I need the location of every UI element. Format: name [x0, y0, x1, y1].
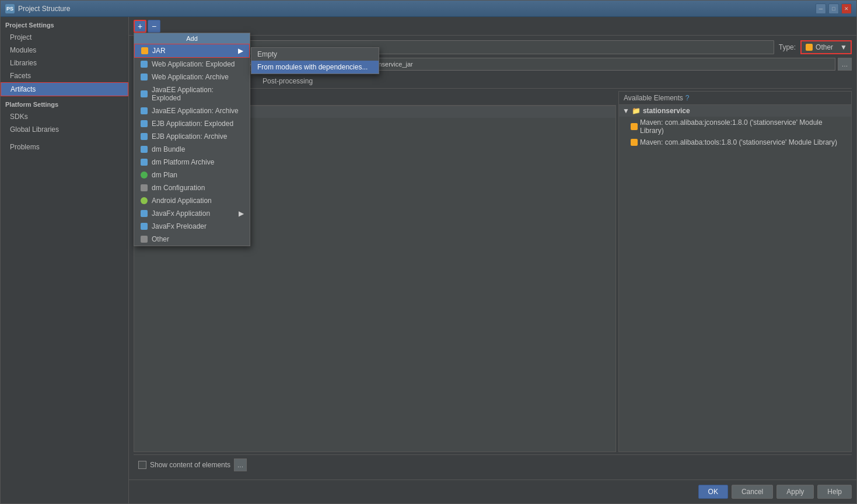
sidebar-item-facets[interactable]: Facets [1, 69, 128, 82]
available-item-tools[interactable]: Maven: com.alibaba:tools:1.8.0 ('station… [619, 136, 851, 148]
dropdown-item-android[interactable]: Android Application [134, 194, 250, 207]
javafx-preloader-icon [140, 222, 148, 230]
maximize-button[interactable]: □ [828, 4, 839, 14]
ok-button[interactable]: OK [698, 485, 728, 499]
type-jar-icon [805, 43, 813, 51]
bottom-bar: Show content of elements … [134, 454, 852, 475]
project-settings-header: Project Settings [1, 17, 128, 31]
output-browse-button[interactable]: … [838, 58, 852, 71]
help-icon[interactable]: ? [685, 94, 690, 102]
dropdown-item-javaee-exploded[interactable]: JavaEE Application: Exploded [134, 83, 250, 104]
available-item-label-2: Maven: com.alibaba:tools:1.8.0 ('station… [640, 138, 837, 146]
available-root-item[interactable]: ▼ 📁 stationservice [619, 105, 851, 117]
title-bar: PS Project Structure ─ □ ✕ [1, 1, 856, 17]
type-dropdown[interactable]: Other ▼ [800, 40, 852, 54]
available-elements-label: Available Elements [624, 94, 683, 102]
window-title: Project Structure [18, 5, 816, 13]
available-elements-panel: Available Elements ? ▼ 📁 stationservice … [618, 91, 852, 452]
dropdown-item-dm-config[interactable]: dm Configuration [134, 181, 250, 194]
dm-plan-icon [140, 171, 148, 179]
ejb-exploded-icon [140, 120, 148, 128]
sidebar-item-global-libraries[interactable]: Global Libraries [1, 123, 128, 136]
dropdown-item-javaee-archive[interactable]: JavaEE Application: Archive [134, 104, 250, 117]
dm-bundle-icon [140, 145, 148, 153]
apply-button[interactable]: Apply [776, 485, 814, 499]
javafx-submenu-arrow: ▶ [239, 209, 244, 218]
add-dropdown-container: + Add JAR ▶ [134, 20, 148, 33]
jar-icon [141, 47, 149, 55]
ejb-archive-icon [140, 132, 148, 141]
javaee-exploded-icon [140, 90, 148, 98]
sidebar-item-artifacts[interactable]: Artifacts [1, 82, 128, 96]
android-icon [140, 197, 148, 205]
platform-settings-header: Platform Settings [1, 96, 128, 110]
dropdown-item-ejb-archive[interactable]: EJB Application: Archive [134, 130, 250, 143]
dropdown-item-dm-platform[interactable]: dm Platform Archive [134, 156, 250, 169]
available-header: Available Elements ? [619, 92, 851, 105]
close-button[interactable]: ✕ [841, 4, 852, 14]
type-dropdown-arrow: ▼ [840, 43, 847, 51]
submenu-item-empty[interactable]: Empty [251, 48, 379, 61]
dropdown-item-web-archive[interactable]: Web Application: Archive [134, 71, 250, 83]
show-content-checkbox[interactable] [138, 461, 146, 469]
help-button[interactable]: Help [817, 485, 852, 499]
javafx-icon [140, 209, 148, 218]
main-content: Project Settings Project Modules Librari… [1, 17, 856, 503]
available-item-jconsole[interactable]: Maven: com.alibaba:jconsole:1.8.0 ('stat… [619, 117, 851, 136]
main-panel: + Add JAR ▶ [129, 17, 856, 503]
available-root-label: stationservice [643, 107, 690, 115]
bottom-browse-button[interactable]: … [234, 459, 247, 471]
tab-postprocessing[interactable]: Post-processing [255, 74, 320, 88]
available-folder-icon: 📁 [632, 107, 641, 115]
other-icon [140, 235, 148, 243]
web-app-exploded-icon [140, 60, 148, 68]
add-artifact-button[interactable]: + [134, 20, 146, 33]
dropdown-item-jar[interactable]: JAR ▶ [134, 44, 250, 58]
cancel-button[interactable]: Cancel [732, 485, 773, 499]
sidebar-item-problems[interactable]: Problems [1, 141, 128, 153]
project-structure-window: PS Project Structure ─ □ ✕ Project Setti… [0, 0, 857, 504]
sidebar: Project Settings Project Modules Librari… [1, 17, 129, 503]
window-controls: ─ □ ✕ [816, 4, 852, 14]
web-app-archive-icon [140, 73, 148, 81]
dm-platform-icon [140, 158, 148, 166]
sidebar-item-project[interactable]: Project [1, 31, 128, 44]
dropdown-item-javafx[interactable]: JavaFx Application ▶ [134, 207, 250, 220]
submenu-arrow-icon: ▶ [238, 47, 243, 55]
show-content-label: Show content of elements [150, 461, 230, 469]
sidebar-item-modules[interactable]: Modules [1, 44, 128, 57]
artifact-toolbar: + Add JAR ▶ [129, 17, 856, 36]
dropdown-item-dm-plan[interactable]: dm Plan [134, 169, 250, 181]
type-dropdown-value: Other [816, 43, 833, 51]
remove-artifact-button[interactable]: − [148, 20, 160, 33]
dropdown-item-other[interactable]: Other [134, 233, 250, 246]
dropdown-item-ejb-exploded[interactable]: EJB Application: Exploded [134, 117, 250, 130]
add-dropdown-menu: Add JAR ▶ Empty [134, 33, 250, 246]
dropdown-item-javafx-preloader[interactable]: JavaFx Preloader [134, 220, 250, 233]
type-label: Type: [779, 43, 796, 51]
available-jar-icon-2 [631, 139, 638, 146]
dropdown-header: Add [134, 33, 250, 44]
dialog-buttons: OK Cancel Apply Help [129, 480, 856, 503]
submenu-item-from-modules[interactable]: From modules with dependencies... [251, 61, 379, 74]
dropdown-item-dm-bundle[interactable]: dm Bundle [134, 143, 250, 156]
jar-submenu: Empty From modules with dependencies... [251, 47, 379, 74]
dropdown-item-web-exploded[interactable]: Web Application: Exploded [134, 58, 250, 71]
dm-config-icon [140, 184, 148, 192]
sidebar-item-libraries[interactable]: Libraries [1, 57, 128, 69]
available-jar-icon-1 [631, 123, 638, 130]
available-item-label-1: Maven: com.alibaba:jconsole:1.8.0 ('stat… [640, 118, 848, 135]
minimize-button[interactable]: ─ [816, 4, 826, 14]
sidebar-item-sdks[interactable]: SDKs [1, 110, 128, 123]
window-icon: PS [5, 4, 15, 13]
available-root-arrow: ▼ [622, 107, 629, 115]
javaee-archive-icon [140, 107, 148, 115]
